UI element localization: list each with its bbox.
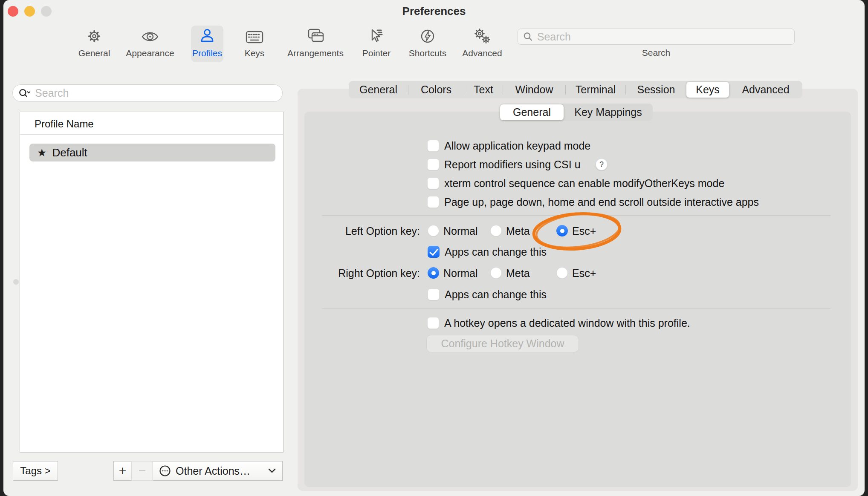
radio-left-normal[interactable] xyxy=(428,225,439,236)
toolbar-label: Advanced xyxy=(462,48,502,58)
star-icon: ★ xyxy=(37,147,46,159)
toolbar-label: Appearance xyxy=(126,48,174,58)
tab-colors[interactable]: Colors xyxy=(408,82,464,98)
checkbox-label: A hotkey opens a dedicated window with t… xyxy=(444,317,690,329)
profile-row-default[interactable]: ★ Default xyxy=(29,144,275,161)
checkbox-label: Allow application keypad mode xyxy=(444,140,590,152)
radio-right-normal[interactable] xyxy=(428,267,439,279)
toolbar-search-label: Search xyxy=(518,48,795,58)
cursor-icon xyxy=(367,26,386,48)
checkbox-hotkey-window[interactable] xyxy=(427,317,439,329)
divider xyxy=(322,308,830,309)
other-actions-label: Other Actions… xyxy=(176,465,268,477)
profile-list-header: Profile Name xyxy=(35,118,94,130)
checkbox-right-apps-can-change[interactable] xyxy=(428,288,440,300)
screen: Preferences General Appearance xyxy=(0,0,868,496)
toolbar-item-profiles[interactable]: Profiles xyxy=(191,26,223,62)
radio-label: Esc+ xyxy=(572,267,596,279)
subtab-key-mappings[interactable]: Key Mappings xyxy=(564,104,653,120)
help-button[interactable]: ? xyxy=(596,159,608,170)
checkbox-left-apps-can-change[interactable] xyxy=(428,246,440,258)
toolbar-item-arrangements[interactable]: Arrangements xyxy=(284,26,347,62)
keyboard-icon xyxy=(244,26,265,48)
radio-label: Esc+ xyxy=(572,225,596,237)
remove-profile-button: − xyxy=(131,461,153,481)
checkbox-keypad-mode[interactable] xyxy=(427,140,439,152)
gear-icon xyxy=(85,26,104,48)
checkbox-label: Report modifiers using CSI u xyxy=(444,159,581,170)
divider xyxy=(322,215,830,216)
windows-icon xyxy=(305,26,326,48)
tab-general[interactable]: General xyxy=(349,82,408,98)
toolbar-item-appearance[interactable]: Appearance xyxy=(122,26,178,62)
tags-button[interactable]: Tags > xyxy=(13,461,58,481)
toolbar-item-advanced[interactable]: Advanced xyxy=(459,26,506,62)
toolbar-item-shortcuts[interactable]: Shortcuts xyxy=(404,26,451,62)
divider xyxy=(20,134,283,135)
keys-subtab-bar: General Key Mappings xyxy=(500,104,653,121)
search-icon xyxy=(523,32,533,42)
right-option-key-label: Right Option key: xyxy=(298,267,420,279)
radio-right-esc[interactable] xyxy=(556,267,568,279)
toolbar-label: Arrangements xyxy=(287,48,344,58)
toolbar-label: Profiles xyxy=(192,48,222,58)
profile-name: Default xyxy=(52,146,87,159)
other-actions-dropdown[interactable]: Other Actions… xyxy=(153,461,283,481)
eye-icon xyxy=(140,26,160,48)
toolbar-label: General xyxy=(78,48,110,58)
radio-label: Normal xyxy=(443,225,478,237)
tab-terminal[interactable]: Terminal xyxy=(566,82,625,98)
left-option-key-label: Left Option key: xyxy=(298,225,420,237)
radio-right-meta[interactable] xyxy=(490,267,502,279)
profile-search-input[interactable] xyxy=(35,87,276,99)
checkbox-label: xterm control sequence can enable modify… xyxy=(444,177,724,189)
checkbox-label: Page up, page down, home and end scroll … xyxy=(444,196,759,208)
checkbox-label: Apps can change this xyxy=(445,288,547,300)
radio-label: Meta xyxy=(506,267,530,279)
configure-hotkey-window-button: Configure Hotkey Window xyxy=(426,335,579,352)
toolbar-item-general[interactable]: General xyxy=(73,26,116,62)
profile-tab-bar: General Colors Text Window Terminal Sess… xyxy=(349,81,802,98)
person-icon xyxy=(198,26,217,48)
toolbar-label: Shortcuts xyxy=(409,48,447,58)
toolbar-search-field[interactable] xyxy=(518,29,795,45)
bolt-icon xyxy=(418,26,437,48)
splitter-handle[interactable] xyxy=(13,279,19,285)
radio-label: Meta xyxy=(506,225,530,237)
profile-search-field[interactable] xyxy=(12,84,283,102)
tab-session[interactable]: Session xyxy=(626,82,686,98)
toolbar-search-input[interactable] xyxy=(537,31,789,43)
chevron-down-icon xyxy=(268,468,276,473)
checkbox-modify-other-keys[interactable] xyxy=(427,177,439,189)
radio-left-esc[interactable] xyxy=(556,225,568,236)
radio-label: Normal xyxy=(443,267,478,279)
add-profile-button[interactable]: + xyxy=(113,461,132,481)
checkbox-csi-u[interactable] xyxy=(427,159,439,170)
tab-keys[interactable]: Keys xyxy=(686,82,729,98)
tab-advanced[interactable]: Advanced xyxy=(729,82,802,98)
window-title: Preferences xyxy=(0,5,868,18)
ellipsis-circle-icon xyxy=(159,465,171,477)
gears-icon xyxy=(472,26,492,48)
radio-left-meta[interactable] xyxy=(490,225,502,236)
profile-list: Profile Name ★ Default xyxy=(20,112,284,453)
checkbox-label: Apps can change this xyxy=(445,246,547,258)
tab-text[interactable]: Text xyxy=(464,82,503,98)
subtab-general[interactable]: General xyxy=(500,104,564,120)
toolbar-item-pointer[interactable]: Pointer xyxy=(355,26,398,62)
toolbar-label: Pointer xyxy=(362,48,391,58)
toolbar-label: Keys xyxy=(245,48,265,58)
search-filter-icon xyxy=(19,88,31,99)
toolbar-item-keys[interactable]: Keys xyxy=(237,26,272,62)
checkbox-scroll-outside-apps[interactable] xyxy=(427,196,439,208)
tab-window[interactable]: Window xyxy=(503,82,565,98)
